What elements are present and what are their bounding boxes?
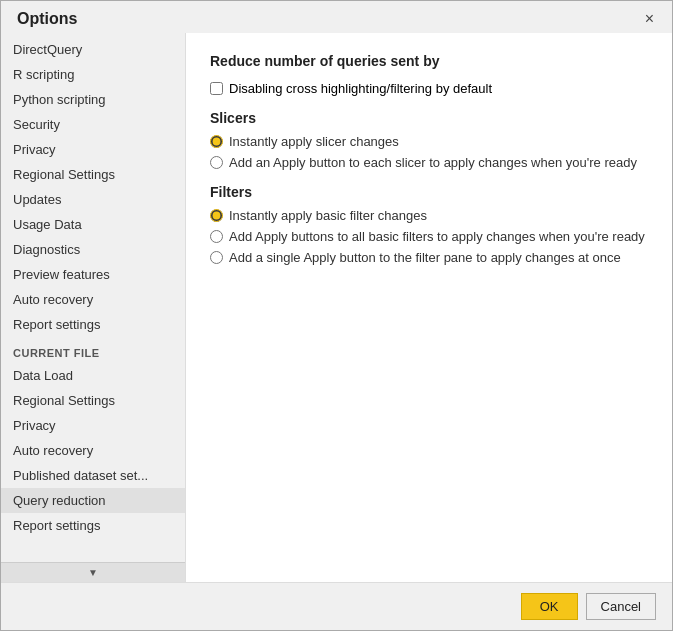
slicers-heading: Slicers bbox=[210, 110, 648, 126]
sidebar-item-autorecovery-file[interactable]: Auto recovery bbox=[1, 438, 185, 463]
content-area: Reduce number of queries sent by Disabli… bbox=[186, 33, 672, 582]
dialog-body: DirectQuery R scripting Python scripting… bbox=[1, 33, 672, 582]
content-main-title: Reduce number of queries sent by bbox=[210, 53, 648, 69]
sidebar-item-publisheddataset[interactable]: Published dataset set... bbox=[1, 463, 185, 488]
sidebar-item-updates[interactable]: Updates bbox=[1, 187, 185, 212]
filter-option-1-row: Instantly apply basic filter changes bbox=[210, 208, 648, 223]
filter-option-2-row: Add Apply buttons to all basic filters t… bbox=[210, 229, 648, 244]
ok-button[interactable]: OK bbox=[521, 593, 578, 620]
options-dialog: Options × DirectQuery R scripting Python… bbox=[0, 0, 673, 631]
slicer-option-2-label: Add an Apply button to each slicer to ap… bbox=[229, 155, 637, 170]
filter-option-3-row: Add a single Apply button to the filter … bbox=[210, 250, 648, 265]
cross-highlight-row: Disabling cross highlighting/filtering b… bbox=[210, 81, 648, 96]
sidebar-item-queryreduction[interactable]: Query reduction bbox=[1, 488, 185, 513]
dialog-title: Options bbox=[17, 10, 77, 28]
sidebar-item-privacy-file[interactable]: Privacy bbox=[1, 413, 185, 438]
sidebar-item-reportsettings-file[interactable]: Report settings bbox=[1, 513, 185, 538]
sidebar-item-directquery[interactable]: DirectQuery bbox=[1, 37, 185, 62]
cross-highlight-label: Disabling cross highlighting/filtering b… bbox=[229, 81, 492, 96]
sidebar-item-regionalsettings-file[interactable]: Regional Settings bbox=[1, 388, 185, 413]
filter-option-3-label: Add a single Apply button to the filter … bbox=[229, 250, 621, 265]
sidebar-item-pythonscripting[interactable]: Python scripting bbox=[1, 87, 185, 112]
filter-option-2-label: Add Apply buttons to all basic filters t… bbox=[229, 229, 645, 244]
sidebar-item-reportsettings-global[interactable]: Report settings bbox=[1, 312, 185, 337]
cancel-button[interactable]: Cancel bbox=[586, 593, 656, 620]
slicer-option-2-radio[interactable] bbox=[210, 156, 223, 169]
sidebar-item-previewfeatures[interactable]: Preview features bbox=[1, 262, 185, 287]
sidebar-item-dataload[interactable]: Data Load bbox=[1, 363, 185, 388]
sidebar-item-privacy[interactable]: Privacy bbox=[1, 137, 185, 162]
slicers-radio-group: Instantly apply slicer changes Add an Ap… bbox=[210, 134, 648, 170]
cross-highlight-checkbox[interactable] bbox=[210, 82, 223, 95]
filters-radio-group: Instantly apply basic filter changes Add… bbox=[210, 208, 648, 265]
sidebar-item-rscripting[interactable]: R scripting bbox=[1, 62, 185, 87]
slicer-option-1-radio[interactable] bbox=[210, 135, 223, 148]
filter-option-2-radio[interactable] bbox=[210, 230, 223, 243]
title-bar: Options × bbox=[1, 1, 672, 33]
filter-option-3-radio[interactable] bbox=[210, 251, 223, 264]
current-file-section-label: CURRENT FILE bbox=[1, 337, 185, 363]
scroll-down-arrow[interactable]: ▼ bbox=[1, 562, 185, 582]
slicer-option-2-row: Add an Apply button to each slicer to ap… bbox=[210, 155, 648, 170]
sidebar: DirectQuery R scripting Python scripting… bbox=[1, 33, 186, 582]
sidebar-item-diagnostics[interactable]: Diagnostics bbox=[1, 237, 185, 262]
slicer-option-1-label: Instantly apply slicer changes bbox=[229, 134, 399, 149]
sidebar-item-usagedata[interactable]: Usage Data bbox=[1, 212, 185, 237]
sidebar-scroll[interactable]: DirectQuery R scripting Python scripting… bbox=[1, 33, 185, 562]
slicer-option-1-row: Instantly apply slicer changes bbox=[210, 134, 648, 149]
dialog-footer: OK Cancel bbox=[1, 582, 672, 630]
sidebar-item-security[interactable]: Security bbox=[1, 112, 185, 137]
filters-heading: Filters bbox=[210, 184, 648, 200]
filter-option-1-label: Instantly apply basic filter changes bbox=[229, 208, 427, 223]
filter-option-1-radio[interactable] bbox=[210, 209, 223, 222]
sidebar-item-autorecovery-global[interactable]: Auto recovery bbox=[1, 287, 185, 312]
sidebar-item-regionalsettings[interactable]: Regional Settings bbox=[1, 162, 185, 187]
close-button[interactable]: × bbox=[639, 9, 660, 29]
